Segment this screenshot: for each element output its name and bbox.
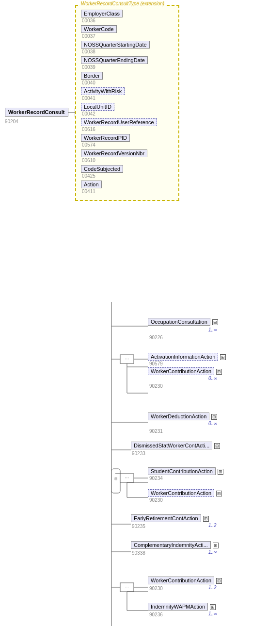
code-label-wda: 90231 bbox=[149, 429, 163, 434]
multiplicity-indemnitywapmanction: 1..∞ bbox=[208, 611, 217, 616]
code-workerrecordversionnbr: 00610 bbox=[82, 158, 175, 163]
code-nossquarterendingdate: 00039 bbox=[82, 65, 175, 70]
code-label-wca1: 90230 bbox=[149, 383, 163, 389]
svg-rect-17 bbox=[111, 469, 120, 493]
expand-icon-dismissedstatworker[interactable]: ⊞ bbox=[214, 443, 220, 449]
elem-row-localunitid: LocalUnitID 00042 bbox=[81, 103, 175, 116]
elem-row-earlyretirementcontaction: EarlyRetirementContAction ⊞ bbox=[131, 514, 209, 523]
extension-title: WorkerRecordConsultType (extension) bbox=[80, 1, 165, 6]
elem-row-workerrecorduserreference: WorkerRecordUserReference 00616 bbox=[81, 118, 175, 132]
svg-text:···: ··· bbox=[125, 584, 129, 590]
svg-text:···: ··· bbox=[125, 356, 129, 362]
code-label-wca2: 90230 bbox=[149, 497, 163, 503]
main-entity-label: WorkerRecordConsult bbox=[8, 109, 65, 115]
expand-icon-occupationconsultation[interactable]: ⊞ bbox=[212, 319, 218, 325]
multiplicity-complementaryindemnity: 1..∞ bbox=[208, 549, 217, 555]
elem-workercontributionaction2: WorkerContributionAction bbox=[148, 489, 214, 497]
expand-icon-studentcontributionaction[interactable]: ⊞ bbox=[218, 469, 223, 475]
code-label-iwa: 90236 bbox=[149, 612, 163, 617]
code-label-sca: 90234 bbox=[149, 476, 163, 481]
elem-row-nossquarterendingdate: NOSSQuarterEndingDate 00039 bbox=[81, 56, 175, 70]
expand-icon-activationinformationaction[interactable]: ⊞ bbox=[220, 354, 226, 360]
elem-row-occupationconsultation: OccupationConsultation ⊞ bbox=[148, 318, 218, 326]
extension-box: WorkerRecordConsultType (extension) Empl… bbox=[75, 5, 179, 201]
elem-row-complementaryindemnity: ComplementaryIndemnityActi... ⊞ bbox=[131, 541, 219, 549]
code-label-activationinformationaction: 90579 bbox=[149, 361, 163, 366]
svg-text:⊞: ⊞ bbox=[114, 477, 118, 481]
code-occupationconsultation-bottom: 90226 bbox=[149, 334, 163, 340]
main-entity-box: WorkerRecordConsult bbox=[5, 108, 68, 116]
code-workerrecorduserreference: 00616 bbox=[82, 127, 175, 132]
elem-nossquarterendingdate: NOSSQuarterEndingDate bbox=[81, 56, 148, 64]
expand-icon-indemnitywapmanction[interactable]: ⊞ bbox=[210, 604, 216, 610]
elem-employerclass: EmployerClass bbox=[81, 10, 123, 17]
expand-icon-earlyretirementcontaction[interactable]: ⊞ bbox=[203, 516, 209, 522]
elem-border: Border bbox=[81, 72, 103, 80]
code-activitywithrisk: 00041 bbox=[82, 96, 175, 101]
expand-icon-complementaryindemnity[interactable]: ⊞ bbox=[213, 543, 219, 548]
elem-workerrecorduserreference: WorkerRecordUserReference bbox=[81, 118, 157, 126]
elem-localunitid: LocalUnitID bbox=[81, 103, 114, 111]
elem-row-workerrecordpid: WorkerRecordPID 00574 bbox=[81, 134, 175, 148]
elem-row-employerclass: EmployerClass 00036 bbox=[81, 10, 175, 23]
svg-rect-20 bbox=[120, 474, 134, 482]
elem-indemnitywapmanction: IndemnityWAPMAction bbox=[148, 603, 208, 611]
elem-earlyretirementcontaction: EarlyRetirementContAction bbox=[131, 514, 201, 522]
elem-workercode: WorkerCode bbox=[81, 25, 117, 33]
code-localunitid: 00042 bbox=[82, 111, 175, 116]
elem-occupationconsultation: OccupationConsultation bbox=[148, 318, 210, 326]
svg-rect-8 bbox=[120, 355, 134, 363]
elem-nossquarterstartingdate: NOSSQuarterStartingDate bbox=[81, 41, 150, 49]
elem-row-studentcontributionaction: StudentContributionAction ⊞ bbox=[148, 467, 223, 476]
expand-icon-workerdeductionaction[interactable]: ⊞ bbox=[211, 414, 217, 420]
elem-row-indemnitywapmanction: IndemnityWAPMAction ⊞ bbox=[148, 603, 216, 611]
svg-text:···: ··· bbox=[125, 475, 129, 480]
code-complementaryindemnity: 90338 bbox=[132, 550, 145, 556]
elem-workerdeductionaction: WorkerDeductionAction bbox=[148, 413, 209, 420]
elem-row-workercode: WorkerCode 00037 bbox=[81, 25, 175, 39]
elem-dismissedstatworker: DismissedStatWorkerContActi... bbox=[131, 442, 212, 449]
multiplicity-label-erca: 1..2 bbox=[208, 523, 217, 528]
elem-row-dismissedstatworker: DismissedStatWorkerContActi... ⊞ bbox=[131, 442, 220, 450]
elem-row-workercontributionaction3: WorkerContributionAction ⊞ bbox=[148, 577, 222, 585]
multiplicity-label-occupationconsultation: 1..∞ bbox=[208, 327, 217, 332]
code-nossquarterstartingdate: 00038 bbox=[82, 49, 175, 54]
code-workercontributionaction3: 90230 bbox=[149, 585, 163, 591]
expand-icon-workercontributionaction1[interactable]: ⊞ bbox=[216, 369, 222, 375]
multiplicity-label-wca3: 1..2 bbox=[208, 585, 217, 590]
multiplicity-label-cia: 1..∞ bbox=[208, 549, 217, 555]
elem-row-action: Action 00411 bbox=[81, 181, 175, 194]
elem-row-activitywithrisk: ActivityWithRisk 00041 bbox=[81, 87, 175, 101]
code-activationinformationaction: 90579 bbox=[149, 361, 163, 366]
elem-row-nossquarterstartingdate: NOSSQuarterStartingDate 00038 bbox=[81, 41, 175, 54]
code-action: 00411 bbox=[82, 189, 175, 194]
elem-row-workerrecordversionnbr: WorkerRecordVersionNbr 00610 bbox=[81, 149, 175, 163]
code-border: 00040 bbox=[82, 80, 175, 85]
code-indemnitywapmanction: 90236 bbox=[149, 611, 163, 617]
code-label-wca3: 90230 bbox=[149, 586, 163, 591]
elem-row-activationinformationaction: ActivationInformationAction ⊞ bbox=[148, 353, 226, 361]
code-workercontributionaction2: 90230 bbox=[149, 497, 163, 503]
elem-workercontributionaction3: WorkerContributionAction bbox=[148, 577, 214, 584]
expand-icon-workercontributionaction2[interactable]: ⊞ bbox=[216, 491, 222, 496]
elem-codesubjected: CodeSubjected bbox=[81, 165, 123, 173]
expand-icon-workercontributionaction3[interactable]: ⊞ bbox=[216, 578, 222, 584]
multiplicity-occupationconsultation: 1..∞ bbox=[208, 327, 217, 332]
elem-complementaryindemnity: ComplementaryIndemnityActi... bbox=[131, 541, 211, 549]
elem-row-workerdeductionaction: WorkerDeductionAction ⊞ bbox=[148, 413, 217, 421]
code-label-occupationconsultation: 90226 bbox=[149, 335, 163, 340]
elem-row-workercontributionaction2: WorkerContributionAction ⊞ bbox=[148, 489, 222, 497]
multiplicity-label-wda: 0..∞ bbox=[208, 421, 217, 426]
elem-activationinformationaction: ActivationInformationAction bbox=[148, 353, 218, 361]
code-label-dsw: 90233 bbox=[132, 451, 145, 456]
multiplicity-earlyretirementcontaction: 1..2 bbox=[208, 522, 217, 528]
elem-row-workercontributionaction1: WorkerContributionAction ⊞ bbox=[148, 367, 222, 376]
code-codesubjected: 00425 bbox=[82, 173, 175, 179]
elem-action: Action bbox=[81, 181, 102, 188]
multiplicity-workerdeductionaction: 0..∞ bbox=[208, 420, 217, 426]
main-entity-code: 90204 bbox=[5, 119, 18, 124]
elem-studentcontributionaction: StudentContributionAction bbox=[148, 467, 216, 475]
code-studentcontributionaction: 90234 bbox=[149, 475, 163, 481]
multiplicity-workercontributionaction3: 1..2 bbox=[208, 584, 217, 590]
code-workercontributionaction1: 90230 bbox=[149, 383, 163, 389]
